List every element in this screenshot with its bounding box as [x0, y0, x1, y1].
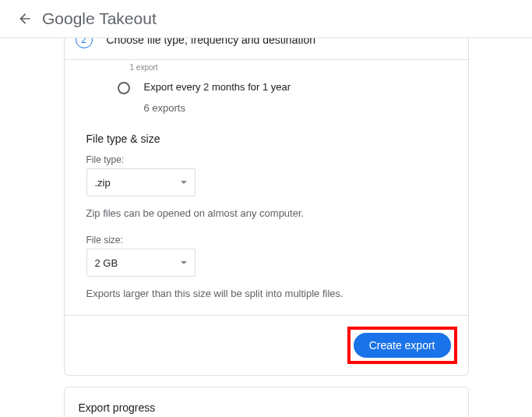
- radio-label: Export every 2 months for 1 year: [144, 81, 291, 93]
- filesize-select[interactable]: 2 GB: [86, 249, 196, 277]
- create-export-button[interactable]: Create export: [354, 333, 451, 358]
- filesize-hint: Exports larger than this size will be sp…: [86, 288, 446, 299]
- filesize-value: 2 GB: [95, 257, 118, 269]
- radio-sublabel: 6 exports: [86, 94, 446, 114]
- back-arrow-icon[interactable]: [16, 9, 34, 28]
- filetype-label: File type:: [86, 154, 446, 165]
- frequency-radio-row[interactable]: Export every 2 months for 1 year: [86, 72, 446, 94]
- chevron-down-icon: [181, 261, 187, 264]
- export-progress-title: Export progress: [79, 401, 454, 414]
- card-footer: Create export: [65, 315, 468, 375]
- filetype-hint: Zip files can be opened on almost any co…: [86, 207, 446, 219]
- filetype-value: .zip: [95, 177, 111, 189]
- step-card: 2 Choose file type, frequency and destin…: [64, 19, 469, 376]
- chevron-down-icon: [181, 181, 187, 184]
- filesize-label: File size:: [86, 235, 446, 246]
- top-bar: Google Takeout: [0, 0, 532, 38]
- filetype-size-heading: File type & size: [86, 133, 446, 145]
- radio-unchecked-icon[interactable]: [118, 82, 130, 94]
- prev-option-crumb: 1 export: [65, 60, 468, 72]
- app-title: Google Takeout: [42, 9, 157, 28]
- highlight-annotation: Create export: [347, 327, 457, 364]
- export-progress-card: Export progress: [64, 387, 469, 417]
- filetype-select[interactable]: .zip: [86, 168, 196, 196]
